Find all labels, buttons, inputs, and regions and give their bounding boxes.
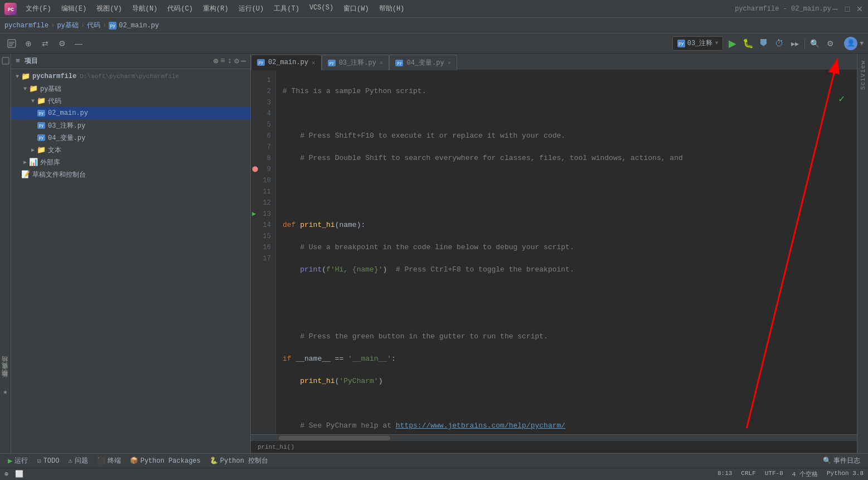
tree-item-code-folder[interactable]: ▼ 📁 代码	[11, 95, 250, 107]
close-button[interactable]: ✕	[856, 5, 864, 13]
main-area: 结构 收藏夹 版本控制 ★ ≡ 项目 ⊕ ≡ ↕ ⚙ — ▼ 📁 pycharm…	[0, 54, 868, 453]
panel-list-icon[interactable]: ≡	[220, 56, 225, 66]
search-log-btn[interactable]: 🔍 事件日志	[819, 455, 864, 467]
editor-area: py 02_main.py ✕ py 03_注释.py ✕ py 04_变量.p…	[251, 54, 857, 453]
right-sidebar: SciView	[857, 54, 868, 453]
panel-add-icon[interactable]: ⊕	[214, 56, 218, 66]
menu-refactor[interactable]: 重构(R)	[198, 3, 233, 14]
status-right: 🔍 事件日志	[819, 455, 864, 467]
panel-sort-icon[interactable]: ↕	[227, 56, 232, 66]
horizontal-scrollbar[interactable]	[251, 434, 857, 441]
status-bar: ▶ 运行 ☑ TODO ⚠ 问题 ⬛ 终端 📦 Python Packages …	[0, 453, 868, 468]
menu-view[interactable]: 视图(V)	[92, 3, 127, 14]
sciview-label[interactable]: SciView	[860, 60, 866, 90]
app-logo: PC	[4, 3, 17, 15]
run-config-label: 03_注释	[687, 38, 713, 48]
tab-02main[interactable]: py 02_main.py ✕	[251, 55, 322, 70]
run-icon: ▶	[8, 456, 12, 466]
panel-minimize-icon[interactable]: —	[241, 56, 246, 66]
menu-help[interactable]: 帮助(H)	[375, 3, 409, 14]
favorites-label[interactable]: 收藏夹	[0, 371, 11, 377]
user-menu-arrow[interactable]: ▼	[860, 40, 864, 47]
python-console-btn[interactable]: 🐍 Python 控制台	[206, 455, 271, 467]
python-version[interactable]: Python 3.8	[827, 470, 864, 478]
toolbar-settings-btn[interactable]: ⚙	[55, 36, 69, 51]
tree-item-external-libs[interactable]: ▶ 📊 外部库	[11, 156, 250, 168]
menu-navigate[interactable]: 导航(N)	[128, 3, 162, 14]
minimize-button[interactable]: ─	[831, 5, 839, 13]
indent-info[interactable]: 4 个空格	[792, 470, 818, 478]
sidebar-project-icon[interactable]	[1, 56, 11, 66]
nav-folder-code[interactable]: 代码	[87, 21, 100, 30]
maximize-button[interactable]: □	[843, 5, 851, 13]
tree-item-text-folder[interactable]: ▶ 📁 文本	[11, 144, 250, 156]
python-packages-btn[interactable]: 📦 Python Packages	[127, 455, 204, 467]
line-numbers: 1 2 3 4 5 6 7 8 ⬤ 9 10 11 12 ▶ 13 14	[251, 70, 276, 434]
window-title: pycharmfile - 02_main.py	[735, 5, 831, 13]
tree-item-scratches[interactable]: 📝 草稿文件和控制台	[11, 168, 250, 181]
panel-settings-icon[interactable]: ⚙	[234, 56, 239, 66]
problems-btn[interactable]: ⚠ 问题	[65, 455, 91, 467]
todo-btn[interactable]: ☑ TODO	[33, 455, 62, 467]
svg-rect-6	[2, 57, 9, 64]
tree-item-04[interactable]: py 04_变量.py	[11, 132, 250, 144]
info-right: 8:13 CRLF UTF-8 4 个空格 Python 3.8	[717, 470, 864, 478]
tab-close-03[interactable]: ✕	[380, 59, 384, 66]
code-content[interactable]: # This is a sample Python script. # Pres…	[276, 70, 857, 434]
toolbar-more-btn[interactable]: ▸▸	[788, 36, 802, 51]
menu-edit[interactable]: 编辑(E)	[57, 3, 91, 14]
toolbar-sync-btn[interactable]: ⇄	[38, 36, 52, 51]
panel-header-icons: ⊕ ≡ ↕ ⚙ —	[214, 56, 246, 66]
bookmarks-star[interactable]: ★	[2, 386, 8, 397]
toolbar-project-btn[interactable]	[4, 36, 19, 51]
menu-vcs[interactable]: VCS(S)	[305, 3, 338, 14]
line-ending[interactable]: CRLF	[741, 470, 755, 478]
nav-project[interactable]: pycharmfile	[4, 22, 49, 30]
project-panel: ≡ 项目 ⊕ ≡ ↕ ⚙ — ▼ 📁 pycharmfile D:\soft\p…	[11, 54, 251, 453]
menu-file[interactable]: 文件(F)	[21, 3, 56, 14]
tab-close-02main[interactable]: ✕	[312, 59, 316, 66]
tree-item-02main[interactable]: py 02_main.py	[11, 107, 250, 119]
left-icon-bar: 结构 收藏夹 版本控制 ★	[0, 54, 11, 453]
user-avatar[interactable]: 👤	[844, 37, 857, 50]
code-line-14: print_hi('PyCharm')	[283, 376, 850, 387]
tab-03[interactable]: py 03_注释.py ✕	[322, 55, 390, 70]
code-line-12: # Press the green button in the gutter t…	[283, 331, 850, 342]
terminal-btn[interactable]: ⬛ 终端	[94, 455, 124, 467]
tab-close-04[interactable]: ✕	[448, 59, 452, 66]
code-editor[interactable]: 1 2 3 4 5 6 7 8 ⬤ 9 10 11 12 ▶ 13 14	[251, 70, 857, 434]
panel-title: 项目	[25, 56, 211, 66]
menu-bar: 文件(F) 编辑(E) 视图(V) 导航(N) 代码(C) 重构(R) 运行(U…	[21, 3, 735, 14]
packages-icon: 📦	[130, 457, 138, 465]
gutter-run-icon: ▶	[252, 209, 256, 220]
run-config-selector[interactable]: py 03_注释 ▼	[672, 36, 724, 51]
structure-label[interactable]: 结构	[0, 364, 11, 370]
code-line-1: # This is a sample Python script.	[283, 86, 850, 97]
tree-item-py-folder[interactable]: ▼ 📁 py基础	[11, 83, 250, 95]
coverage-button[interactable]: ⛊	[757, 36, 771, 51]
vcs-label[interactable]: 版本控制	[0, 378, 11, 385]
tree-item-03[interactable]: py 03_注释.py	[11, 119, 250, 132]
menu-code[interactable]: 代码(C)	[163, 3, 197, 14]
run-status-btn[interactable]: ▶ 运行	[4, 455, 31, 467]
problems-icon: ⚠	[68, 457, 72, 465]
settings-button[interactable]: ⚙	[823, 36, 837, 51]
code-line-8: # Use a breakpoint in the code line belo…	[283, 242, 850, 253]
debug-button[interactable]: 🐛	[741, 36, 755, 51]
search-everywhere-button[interactable]: 🔍	[807, 36, 822, 51]
status-left: ▶ 运行 ☑ TODO ⚠ 问题 ⬛ 终端 📦 Python Packages …	[4, 455, 271, 467]
menu-window[interactable]: 窗口(W)	[339, 3, 374, 14]
menu-tools[interactable]: 工具(T)	[269, 3, 304, 14]
run-config-dropdown: ▼	[715, 40, 718, 46]
tree-item-root[interactable]: ▼ 📁 pycharmfile D:\soft\pycharm\pycharmf…	[11, 70, 250, 83]
toolbar-add-btn[interactable]: ⊕	[21, 36, 36, 51]
toolbar-minus-btn[interactable]: —	[71, 36, 86, 51]
encoding[interactable]: UTF-8	[765, 470, 783, 478]
tab-04[interactable]: py 04_变量.py ✕	[389, 55, 457, 70]
profile-button[interactable]: ⏱	[772, 36, 787, 51]
cursor-position[interactable]: 8:13	[717, 470, 732, 478]
menu-run[interactable]: 运行(U)	[234, 3, 269, 14]
run-button[interactable]: ▶	[725, 36, 740, 51]
svg-text:PC: PC	[8, 7, 14, 13]
nav-folder-py[interactable]: py基础	[57, 21, 78, 30]
